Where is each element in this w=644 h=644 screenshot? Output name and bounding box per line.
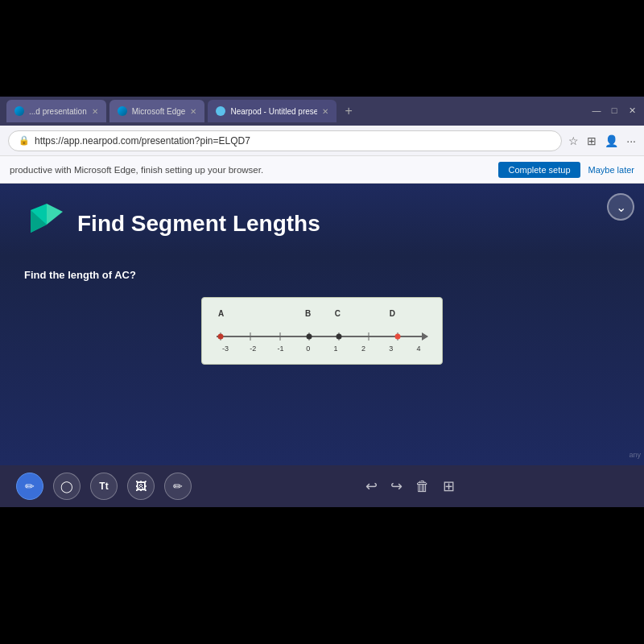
minimize-button[interactable]: —: [591, 105, 602, 117]
tab-nearpod[interactable]: Nearpod - Untitled presentation ✕: [208, 100, 336, 122]
num-neg3: -3: [218, 345, 233, 353]
num-2: 2: [356, 345, 370, 353]
down-arrow-icon: ⌄: [616, 200, 626, 215]
bottom-toolbar: ✏ ◯ Tt 🖼 ✏ ↩ ↪ 🗑 ⊞: [0, 465, 644, 507]
star-icon[interactable]: ☆: [568, 134, 579, 147]
tab-edge[interactable]: Microsoft Edge ✕: [109, 100, 205, 122]
text-icon: Tt: [99, 481, 108, 492]
num-3: 3: [384, 345, 398, 353]
num-neg1: -1: [274, 345, 288, 353]
dot-c: [336, 334, 341, 340]
content-area: ⌄ Find Segment Lengths Find the length o…: [0, 184, 644, 507]
tab-label-3: Nearpod - Untitled presentation: [230, 107, 317, 116]
undo-button[interactable]: ↩: [365, 477, 378, 495]
fullscreen-button[interactable]: ⊞: [443, 477, 455, 495]
image-icon: 🖼: [135, 480, 147, 493]
address-input[interactable]: 🔒 https://app.nearpod.com/presentation?p…: [8, 130, 562, 151]
image-tool-button[interactable]: 🖼: [127, 473, 155, 500]
number-line-arrow: [422, 332, 428, 341]
lock-icon: 🔒: [19, 135, 30, 146]
svg-marker-3: [47, 204, 63, 225]
nearpod-logo: [24, 202, 64, 246]
point-c-label: C: [335, 309, 341, 318]
redo-button[interactable]: ↪: [390, 477, 402, 495]
close-button[interactable]: ✕: [626, 105, 638, 117]
complete-setup-button[interactable]: Complete setup: [498, 162, 580, 178]
down-arrow-button[interactable]: ⌄: [607, 193, 634, 221]
tab-presentation[interactable]: ...d presentation ✕: [6, 100, 106, 122]
tab-label-2: Microsoft Edge: [132, 107, 186, 116]
num-0: 0: [301, 345, 316, 353]
maybe-later-button[interactable]: Maybe later: [588, 165, 634, 175]
profile-icon[interactable]: 👤: [605, 134, 618, 147]
maximize-button[interactable]: □: [609, 105, 620, 117]
draw-tool-button[interactable]: ✏: [164, 473, 192, 500]
tab-favicon-2: [118, 106, 127, 116]
point-a-label: A: [218, 309, 224, 318]
browser-window: ...d presentation ✕ Microsoft Edge ✕ Nea…: [0, 97, 644, 507]
tab-label-1: ...d presentation: [29, 107, 87, 116]
point-d-label: D: [390, 309, 395, 318]
toolbar-left: ✏ ◯ Tt 🖼 ✏: [16, 473, 192, 500]
number-line-track: [217, 330, 427, 343]
address-text: https://app.nearpod.com/presentation?pin…: [35, 135, 250, 147]
menu-icon[interactable]: ···: [626, 134, 636, 147]
corner-text: any: [629, 451, 641, 459]
question-text: Find the length of AC?: [24, 269, 620, 281]
tick-neg1: [279, 332, 280, 341]
setup-text: productive with Microsoft Edge, finish s…: [10, 165, 490, 175]
point-b-label: B: [305, 309, 311, 318]
collections-icon[interactable]: ⊞: [587, 134, 597, 147]
eraser-tool-button[interactable]: ◯: [53, 473, 80, 500]
number-line-container: A B C D: [201, 297, 443, 365]
num-neg2: -2: [246, 345, 260, 353]
delete-button[interactable]: 🗑: [415, 478, 430, 495]
tab-favicon-1: [14, 106, 24, 116]
tab-close-2[interactable]: ✕: [190, 107, 196, 116]
draw-icon: ✏: [173, 480, 183, 493]
number-line-numbers: -3 -2 -1 0 1 2 3 4: [217, 345, 427, 353]
tab-favicon-3: [216, 106, 225, 116]
black-bar-top: [0, 0, 644, 97]
slide-header: Find Segment Lengths: [0, 184, 644, 256]
window-controls: — □ ✕: [591, 105, 638, 117]
black-bar-bottom: [0, 507, 644, 580]
pencil-tool-button[interactable]: ✏: [16, 473, 43, 500]
dot-a: [218, 334, 224, 340]
tick-2: [368, 332, 369, 341]
dot-b: [307, 334, 312, 340]
num-1: 1: [328, 345, 343, 353]
slide-body: Find the length of AC? A B C D: [0, 256, 644, 465]
eraser-icon: ◯: [60, 480, 73, 493]
toolbar-center: ↩ ↪ 🗑 ⊞: [365, 477, 455, 495]
point-labels: A B C D: [217, 309, 427, 324]
address-icons: ☆ ⊞ 👤 ···: [568, 134, 636, 147]
dot-d: [395, 334, 401, 340]
setup-bar: productive with Microsoft Edge, finish s…: [0, 156, 644, 184]
tick-neg2: [250, 332, 250, 341]
address-bar: 🔒 https://app.nearpod.com/presentation?p…: [0, 126, 644, 156]
text-tool-button[interactable]: Tt: [90, 473, 118, 500]
add-tab-button[interactable]: +: [340, 104, 357, 118]
pencil-icon: ✏: [25, 480, 35, 493]
tab-close-1[interactable]: ✕: [92, 107, 98, 116]
num-4: 4: [411, 345, 426, 353]
title-bar: ...d presentation ✕ Microsoft Edge ✕ Nea…: [0, 97, 644, 126]
tab-close-3[interactable]: ✕: [322, 107, 328, 116]
slide-title: Find Segment Lengths: [77, 211, 320, 237]
